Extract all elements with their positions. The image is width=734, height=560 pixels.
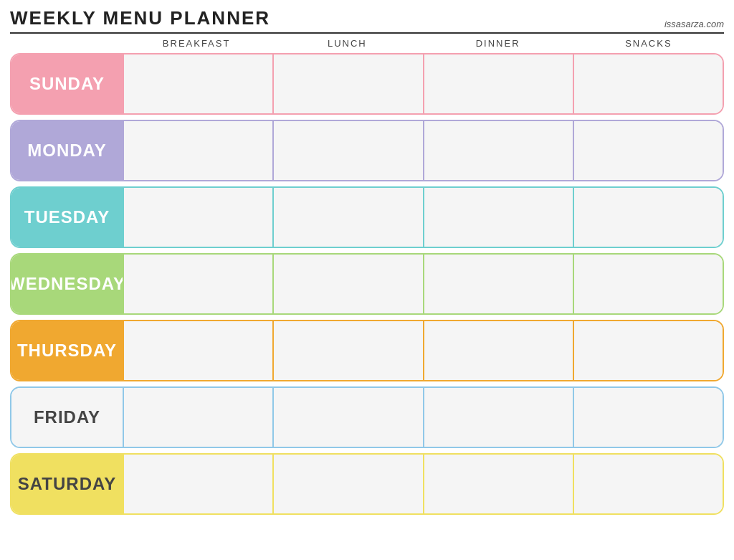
wednesday-dinner-cell[interactable] [423, 255, 573, 313]
day-label-monday: Monday [11, 121, 123, 180]
day-label-tuesday: Tuesday [11, 188, 123, 247]
friday-dinner-cell[interactable] [423, 388, 573, 447]
monday-dinner-cell[interactable] [423, 121, 573, 180]
friday-snacks-cell[interactable] [573, 388, 723, 447]
day-row-sunday: Sunday [10, 53, 724, 115]
planner-grid: SundayMondayTuesdayWednesdayThursdayFrid… [10, 53, 724, 515]
wednesday-breakfast-cell[interactable] [123, 255, 272, 313]
day-row-saturday: Saturday [10, 453, 724, 515]
day-label-thursday: Thursday [11, 321, 123, 380]
column-headers: Breakfast Lunch Dinner Snacks [10, 38, 724, 49]
day-label-saturday: Saturday [11, 455, 123, 513]
day-row-monday: Monday [10, 120, 724, 181]
thursday-dinner-cell[interactable] [423, 321, 573, 380]
friday-lunch-cell[interactable] [272, 388, 422, 447]
wednesday-snacks-cell[interactable] [573, 255, 723, 313]
page-header: Weekly Menu Planner issasarza.com [10, 7, 724, 34]
day-row-tuesday: Tuesday [10, 186, 724, 248]
page-title: Weekly Menu Planner [10, 7, 270, 29]
monday-breakfast-cell[interactable] [123, 121, 272, 180]
saturday-breakfast-cell[interactable] [123, 455, 272, 513]
saturday-lunch-cell[interactable] [272, 455, 422, 513]
col-lunch: Lunch [272, 38, 422, 49]
thursday-lunch-cell[interactable] [272, 321, 422, 380]
sunday-snacks-cell[interactable] [573, 54, 723, 113]
friday-breakfast-cell[interactable] [123, 388, 272, 447]
monday-snacks-cell[interactable] [573, 121, 723, 180]
website-label: issasarza.com [664, 19, 724, 29]
col-dinner: Dinner [423, 38, 573, 49]
day-row-wednesday: Wednesday [10, 253, 724, 315]
thursday-breakfast-cell[interactable] [123, 321, 272, 380]
tuesday-breakfast-cell[interactable] [123, 188, 272, 247]
sunday-dinner-cell[interactable] [423, 54, 573, 113]
col-snacks: Snacks [573, 38, 724, 49]
wednesday-lunch-cell[interactable] [272, 255, 422, 313]
saturday-snacks-cell[interactable] [573, 455, 723, 513]
sunday-lunch-cell[interactable] [272, 54, 422, 113]
tuesday-snacks-cell[interactable] [573, 188, 723, 247]
day-row-friday: Friday [10, 386, 724, 448]
day-label-sunday: Sunday [11, 54, 123, 113]
saturday-dinner-cell[interactable] [423, 455, 573, 513]
thursday-snacks-cell[interactable] [573, 321, 723, 380]
day-row-thursday: Thursday [10, 320, 724, 381]
tuesday-lunch-cell[interactable] [272, 188, 422, 247]
tuesday-dinner-cell[interactable] [423, 188, 573, 247]
day-label-friday: Friday [11, 388, 123, 447]
monday-lunch-cell[interactable] [272, 121, 422, 180]
day-label-wednesday: Wednesday [11, 255, 123, 313]
col-breakfast: Breakfast [121, 38, 272, 49]
col-spacer [10, 38, 121, 49]
sunday-breakfast-cell[interactable] [123, 54, 272, 113]
